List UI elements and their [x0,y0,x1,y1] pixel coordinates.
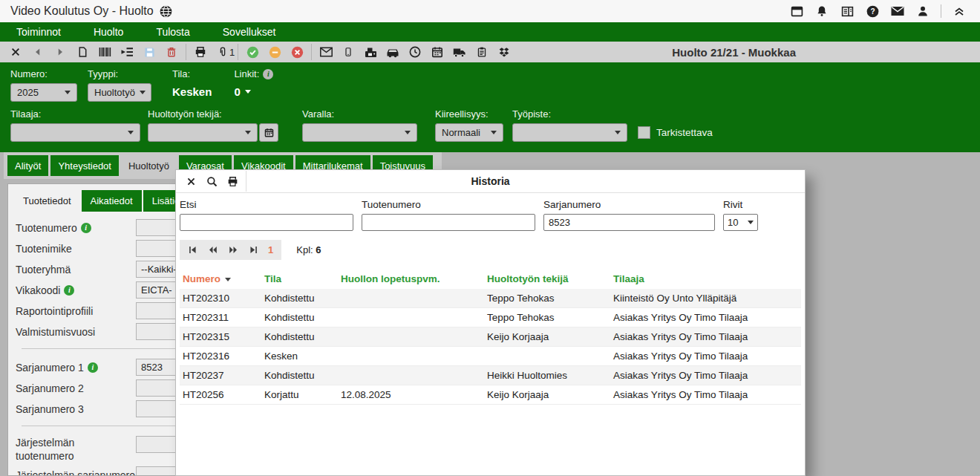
subtab-aikatiedot[interactable]: Aikatiedot [82,190,142,212]
menu-sovellukset[interactable]: Sovellukset [223,26,276,38]
news-icon[interactable] [840,4,855,19]
delete-button[interactable] [160,43,183,61]
toolbar-separator [311,44,312,60]
car-button[interactable] [382,43,404,61]
varalla-combo[interactable] [302,123,417,142]
window-icon[interactable] [789,4,804,19]
linkit-dropdown[interactable]: 0 [234,83,273,98]
table-row[interactable]: HT202310 Kohdistettu Teppo Tehokas Kiint… [180,289,801,308]
kiireellisyys-select[interactable]: Normaali [435,123,503,142]
barcode-button[interactable] [94,43,116,61]
cell-numero: HT202310 [180,289,261,308]
print-button[interactable] [189,43,212,61]
tuotenumero-input[interactable] [362,214,535,231]
pager-page-1[interactable]: 1 [268,244,273,255]
chevron-down-icon [128,131,134,134]
varalla-label: Varalla: [302,108,417,120]
column-header-tila[interactable]: Tila [261,269,338,289]
sarjanumero3-label: Sarjanumero 3 [16,402,136,416]
tarkistettava-checkbox[interactable] [638,126,650,139]
prev-record-button[interactable] [27,43,49,61]
table-row[interactable]: HT202315 Kohdistettu Keijo Korjaaja Asia… [180,327,801,347]
cell-numero: HT202315 [180,327,261,347]
modal-search-button[interactable] [201,172,222,190]
calendar-button[interactable] [426,43,448,61]
pager-first-button[interactable] [188,245,197,255]
cell-numero: HT20256 [180,385,261,405]
truck-button[interactable] [448,43,471,61]
numero-select[interactable]: 2025 [10,83,77,102]
field-tarkistettava: Tarkistettava [638,126,713,139]
dropbox-button[interactable] [493,43,515,61]
sarjanumero-input[interactable] [543,214,715,231]
historia-table: Numero Tila Huollon lopetuspvm. Huoltoty… [180,269,801,405]
cell-pvm [338,308,484,327]
tilaaja-combo[interactable] [10,123,140,142]
tyyppi-select[interactable]: Huoltotyö [88,83,151,102]
column-header-numero[interactable]: Numero [180,269,261,289]
tab-huoltotyo[interactable]: Huoltotyö [121,155,177,176]
field-tyopiste: Työpiste: [512,108,627,142]
cell-tila: Kohdistettu [261,366,338,385]
titlebar-separator [941,4,941,18]
cell-tekija [484,347,610,366]
tekija-calendar-button[interactable] [259,123,278,142]
table-row[interactable]: HT202311 Kohdistettu Teppo Tehokas Asiak… [180,308,801,327]
save-button[interactable] [138,43,160,61]
table-row[interactable]: HT202316 Kesken Asiakas Yritys Oy Timo T… [180,347,801,366]
info-icon[interactable]: i [263,69,273,79]
subtab-tuotetiedot[interactable]: Tuotetiedot [14,190,80,212]
titlebar-actions: ? [789,4,967,19]
modal-print-button[interactable] [222,172,243,190]
tuoteryhma-label: Tuoteryhmä [16,263,136,276]
info-icon[interactable]: i [88,362,98,373]
menu-huolto[interactable]: Huolto [94,26,123,38]
pager-prev-button[interactable] [207,245,218,255]
email-button[interactable] [315,43,337,61]
report-button[interactable] [471,43,493,61]
column-header-tilaaja[interactable]: Tilaaja [610,269,801,289]
modal-close-button[interactable] [180,172,201,190]
tyopiste-combo[interactable] [512,123,627,142]
etsi-input[interactable] [180,214,353,231]
clock-button[interactable] [404,43,426,61]
close-button[interactable] [4,43,27,61]
table-row[interactable]: HT20256 Korjattu 12.08.2025 Keijo Korjaa… [180,385,801,405]
status-pause-button[interactable] [264,43,286,61]
paperclip-icon [218,46,228,58]
page-title: Video Koulutus Oy - Huolto [10,4,154,18]
tekija-combo[interactable] [148,123,258,142]
status-cancel-button[interactable] [286,43,308,61]
field-numero: Numero: 2025 [10,68,77,102]
new-document-button[interactable] [71,43,94,61]
table-row[interactable]: HT20237 Kohdistettu Heikki Huoltomies As… [180,366,801,385]
truck-icon [453,47,466,58]
cell-tila: Korjattu [261,385,338,405]
pager-last-button[interactable] [249,245,258,255]
rivit-select[interactable]: 10 [723,214,758,231]
mobile-button[interactable] [337,43,359,61]
attachment-count: 1 [229,47,235,58]
record-header-form: Numero: 2025 Tyyppi: Huoltotyö Tila: Kes… [0,62,980,152]
filter-sarjanumero: Sarjanumero [543,199,715,231]
status-ok-button[interactable] [241,43,264,61]
tab-alityot[interactable]: Alityöt [7,155,48,176]
collapse-icon[interactable] [952,4,967,19]
fax-button[interactable] [359,43,382,61]
column-header-lopetuspvm[interactable]: Huollon lopetuspvm. [338,269,484,289]
help-icon[interactable]: ? [865,4,880,19]
filter-tuotenumero: Tuotenumero [362,199,535,231]
worklist-button[interactable] [116,43,138,61]
pager-next-button[interactable] [228,245,239,255]
user-icon[interactable] [915,4,930,19]
mail-icon[interactable] [890,4,905,19]
clock-icon [409,46,421,58]
column-header-tekija[interactable]: Huoltotyön tekijä [484,269,610,289]
bell-icon[interactable] [814,4,829,19]
next-record-button[interactable] [49,43,71,61]
menu-toiminnot[interactable]: Toiminnot [16,26,61,38]
menu-tulosta[interactable]: Tulosta [156,26,189,38]
tab-yhteystiedot[interactable]: Yhteystiedot [50,155,119,176]
info-icon[interactable]: i [64,285,74,296]
info-icon[interactable]: i [81,223,91,233]
